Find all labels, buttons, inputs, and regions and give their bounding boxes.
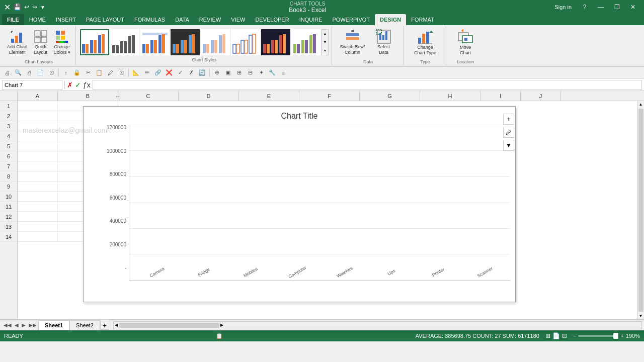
cell-a1[interactable] — [18, 101, 58, 111]
cell-a8[interactable] — [18, 171, 58, 182]
sheet-nav-prev[interactable]: ◀ — [13, 322, 20, 328]
sheet-nav-right[interactable]: ▶▶ — [27, 322, 38, 328]
qa-btn-19[interactable]: ⊕ — [212, 68, 222, 78]
add-sheet-button[interactable]: + — [100, 321, 109, 330]
qa-btn-12[interactable]: 📐 — [131, 68, 141, 78]
cell-a14[interactable] — [18, 232, 58, 242]
tab-page-layout[interactable]: PAGE LAYOUT — [81, 14, 129, 25]
qa-btn-1[interactable]: 🖨 — [2, 68, 12, 78]
row-1[interactable]: 1 — [0, 101, 17, 111]
col-header-i[interactable]: I — [480, 91, 521, 101]
cell-a2[interactable] — [18, 111, 58, 121]
sheet-nav-left[interactable]: ◀◀ — [2, 322, 13, 328]
cell-a5[interactable] — [18, 141, 58, 151]
qa-btn-15[interactable]: ❌ — [164, 68, 174, 78]
row-12[interactable]: 12 — [0, 212, 17, 222]
name-box[interactable]: Chart 7 — [2, 80, 62, 90]
chart-style-sidebar-btn[interactable]: 🖊 — [503, 127, 514, 138]
col-header-g[interactable]: G — [360, 91, 420, 101]
quick-layout-button[interactable]: QuickLayout — [31, 28, 51, 56]
qa-btn-20[interactable]: ▣ — [223, 68, 233, 78]
col-header-j[interactable]: J — [521, 91, 561, 101]
page-break-view-btn[interactable]: ⊟ — [562, 332, 567, 339]
tab-inquire[interactable]: INQUIRE — [294, 14, 328, 25]
tab-design[interactable]: DESIGN — [375, 14, 406, 25]
row-7[interactable]: 7 — [0, 161, 17, 171]
chart-object[interactable]: Chart Title 1200000 1000000 800000 60000… — [83, 106, 516, 302]
cell-a3[interactable] — [18, 121, 58, 131]
h-scroll-right[interactable]: ▶ — [219, 323, 224, 327]
tab-home[interactable]: HOME — [24, 14, 51, 25]
quick-access-dropdown[interactable]: ▼ — [40, 5, 45, 10]
qa-btn-21[interactable]: ⊞ — [234, 68, 244, 78]
col-header-b[interactable]: B ↔ — [58, 91, 118, 101]
close-btn[interactable]: ✕ — [626, 2, 640, 12]
chart-style-6[interactable] — [231, 29, 260, 55]
col-header-e[interactable]: E — [239, 91, 299, 101]
sheet-tab-sheet2[interactable]: Sheet2 — [69, 320, 100, 330]
col-header-c[interactable]: C — [118, 91, 179, 101]
cell-a7[interactable] — [18, 161, 58, 171]
qa-btn-10[interactable]: 🖊 — [105, 68, 115, 78]
qa-btn-9[interactable]: 📋 — [94, 68, 104, 78]
chart-style-5[interactable] — [201, 29, 230, 55]
switch-row-column-button[interactable]: ⇄ Switch Row/Column — [338, 28, 368, 56]
chart-style-7[interactable] — [261, 29, 290, 55]
zoom-slider[interactable] — [578, 335, 618, 337]
tab-review[interactable]: REVIEW — [194, 14, 226, 25]
row-9[interactable]: 9 — [0, 182, 17, 192]
chart-style-1[interactable] — [80, 29, 109, 55]
row-6[interactable]: 6 — [0, 151, 17, 161]
cell-a12[interactable] — [18, 212, 58, 222]
col-header-d[interactable]: D — [179, 91, 239, 101]
formula-insert-function-icon[interactable]: ƒx — [83, 81, 91, 89]
row-11[interactable]: 11 — [0, 202, 17, 212]
qa-btn-5[interactable]: ⊡ — [46, 68, 56, 78]
sign-in-button[interactable]: Sign in — [550, 3, 576, 11]
qa-btn-4[interactable]: 📄 — [35, 68, 45, 78]
move-chart-button[interactable]: MoveChart — [450, 28, 480, 56]
scroll-up-btn[interactable]: ▲ — [638, 101, 644, 108]
cell-a4[interactable] — [18, 131, 58, 141]
maximize-btn[interactable]: ❐ — [610, 2, 624, 12]
formula-cancel-icon[interactable]: ✗ — [67, 81, 73, 89]
row-13[interactable]: 13 — [0, 222, 17, 232]
select-data-button[interactable]: SelectData — [369, 28, 399, 56]
cell-a10[interactable] — [18, 192, 58, 202]
quick-access-save[interactable]: 💾 — [14, 4, 21, 11]
row-4[interactable]: 4 — [0, 131, 17, 141]
normal-view-btn[interactable]: ⊞ — [545, 332, 550, 339]
row-10[interactable]: 10 — [0, 192, 17, 202]
qa-btn-17[interactable]: ✗ — [186, 68, 196, 78]
formula-input[interactable] — [93, 80, 642, 90]
page-layout-view-btn[interactable]: 📄 — [552, 332, 560, 339]
tab-developer[interactable]: DEVELOPER — [250, 14, 294, 25]
col-header-f[interactable]: F — [299, 91, 360, 101]
qa-btn-25[interactable]: ≡ — [278, 68, 288, 78]
formula-accept-icon[interactable]: ✓ — [75, 81, 81, 89]
qa-btn-3[interactable]: ⎙ — [24, 68, 34, 78]
tab-format[interactable]: FORMAT — [406, 14, 439, 25]
qa-btn-8[interactable]: ✂ — [83, 68, 93, 78]
minimize-btn[interactable]: — — [594, 2, 608, 12]
zoom-in-btn[interactable]: + — [620, 333, 623, 339]
zoom-out-btn[interactable]: − — [573, 333, 576, 339]
row-2[interactable]: 2 — [0, 111, 17, 121]
h-scroll-left[interactable]: ◀ — [114, 323, 119, 327]
change-chart-type-button[interactable]: ChangeChart Type — [408, 28, 443, 56]
col-header-a[interactable]: A — [18, 91, 58, 101]
qa-btn-13[interactable]: ✏ — [142, 68, 152, 78]
cell-a6[interactable] — [18, 151, 58, 161]
chart-style-3[interactable] — [140, 29, 170, 55]
row-8[interactable]: 8 — [0, 171, 17, 182]
qa-btn-22[interactable]: ⊟ — [245, 68, 255, 78]
qa-btn-24[interactable]: 🔧 — [267, 68, 277, 78]
sheet-tab-sheet1[interactable]: Sheet1 — [38, 320, 69, 330]
quick-access-redo[interactable]: ↪ — [32, 4, 37, 11]
qa-btn-23[interactable]: ✦ — [256, 68, 266, 78]
tab-powerpivot[interactable]: POWERPIVOT — [327, 14, 375, 25]
chart-style-2[interactable] — [110, 29, 139, 55]
row-5[interactable]: 5 — [0, 141, 17, 151]
qa-btn-7[interactable]: 🔒 — [72, 68, 82, 78]
sheet-nav-next[interactable]: ▶ — [20, 322, 27, 328]
